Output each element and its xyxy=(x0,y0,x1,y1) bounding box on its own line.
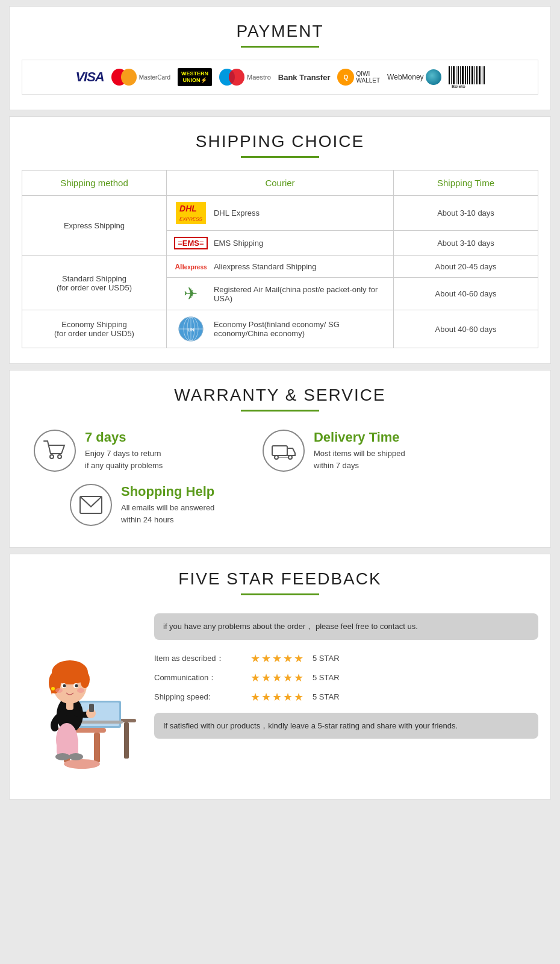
rating-row-communication: Communication： ★ ★ ★ ★ ★ 5 STAR xyxy=(154,671,538,684)
webmoney-text: WebMoney xyxy=(387,73,423,81)
svg-rect-33 xyxy=(94,733,100,763)
top-message: if you have any problems about the order… xyxy=(163,622,418,631)
svg-rect-8 xyxy=(467,66,468,84)
star-2: ★ xyxy=(261,652,271,665)
star-s2: ★ xyxy=(261,690,271,704)
delivery-description: Most items will be shippedwithin 7 days xyxy=(314,448,405,471)
svg-point-49 xyxy=(63,684,66,687)
star-c2: ★ xyxy=(261,671,271,684)
svg-point-34 xyxy=(64,759,100,769)
payment-section: PAYMENT VISA MasterCard WESTERNUNION⚡ Ma… xyxy=(9,6,551,110)
svg-rect-12 xyxy=(476,66,478,84)
shipping-underline xyxy=(241,156,319,158)
star-3: ★ xyxy=(272,652,282,665)
economy-method-cell: Economy Shipping(for order under USD5) xyxy=(22,310,167,348)
dhl-time-cell: About 3-10 days xyxy=(394,196,538,231)
svg-rect-42 xyxy=(89,704,94,712)
svg-text:Boleto: Boleto xyxy=(452,84,465,88)
mastercard-logo: MasterCard xyxy=(111,66,170,88)
barcode-svg: Boleto xyxy=(449,66,485,88)
maestro-circles xyxy=(219,69,244,86)
svg-rect-26 xyxy=(272,446,287,455)
warranty-section: WARRANTY & SERVICE 7 days Enjoy 7 days t… xyxy=(9,370,551,548)
stars-ship: ★ ★ ★ ★ ★ xyxy=(250,690,303,704)
star-5: ★ xyxy=(294,652,303,665)
svg-rect-5 xyxy=(460,66,461,84)
header-method: Shipping method xyxy=(22,171,167,196)
maestro-text: Maestro xyxy=(247,74,271,81)
rating-text-ship: 5 STAR xyxy=(313,692,340,701)
western-union-logo: WESTERNUNION⚡ xyxy=(178,66,212,88)
boleto-logo: Boleto xyxy=(449,66,485,88)
svg-point-27 xyxy=(275,455,278,459)
ems-text: ≡EMS≡ xyxy=(174,237,207,249)
feedback-content-area: if you have any problems about the order… xyxy=(22,607,538,784)
svg-rect-36 xyxy=(124,722,129,759)
rating-label-ship: Shipping speed: xyxy=(154,692,244,701)
svg-rect-7 xyxy=(465,66,466,84)
svg-rect-15 xyxy=(484,66,485,84)
ali-courier-row: Aliexpress Aliexpress Standard Shipping xyxy=(173,262,387,271)
star-s4: ★ xyxy=(283,690,293,704)
rating-text-item: 5 STAR xyxy=(313,654,340,663)
dhl-express-text: EXPRESS xyxy=(179,216,202,222)
warranty-underline xyxy=(241,410,319,412)
ems-time-cell: About 3-10 days xyxy=(394,231,538,256)
airmail-name: Registered Air Mail(china post/e packet-… xyxy=(214,285,387,303)
star-1: ★ xyxy=(250,652,260,665)
help-description: All emails will be answeredwithin 24 hou… xyxy=(121,502,214,525)
ali-time-cell: About 20-45 days xyxy=(394,256,538,278)
shipping-title: SHIPPING CHOICE xyxy=(22,132,538,151)
dhl-courier-cell: DHL EXPRESS DHL Express xyxy=(166,196,393,231)
airmail-courier-row: ✈ Registered Air Mail(china post/e packe… xyxy=(173,284,387,304)
svg-point-50 xyxy=(75,684,78,687)
economy-courier-cell: UN Economy Post(finland economy/ SG econ… xyxy=(166,310,393,348)
western-union-text: WESTERNUNION⚡ xyxy=(178,68,212,86)
un-logo: UN xyxy=(173,316,209,342)
svg-rect-4 xyxy=(458,66,459,84)
svg-rect-10 xyxy=(471,66,473,84)
svg-rect-14 xyxy=(482,66,482,84)
svg-rect-0 xyxy=(449,66,450,84)
warranty-title: WARRANTY & SERVICE xyxy=(22,386,538,405)
star-c1: ★ xyxy=(250,671,260,684)
express-dhl-row: Express Shipping DHL EXPRESS DHL Express… xyxy=(22,196,538,231)
dhl-text: DHL xyxy=(179,204,197,213)
ali-courier-cell: Aliexpress Aliexpress Standard Shipping xyxy=(166,256,393,278)
dhl-courier-row: DHL EXPRESS DHL Express xyxy=(173,202,387,224)
help-highlight: Shopping Help xyxy=(121,484,214,499)
returns-description: Enjoy 7 days to returnif any quality pro… xyxy=(85,448,163,471)
character-illustration xyxy=(22,607,142,784)
shipping-section: SHIPPING CHOICE Shipping method Courier … xyxy=(9,116,551,364)
star-s5: ★ xyxy=(294,690,303,704)
airmail-icon: ✈ xyxy=(184,284,198,304)
feedback-ratings: if you have any problems about the order… xyxy=(154,607,538,739)
maestro-logo: Maestro xyxy=(219,66,271,88)
payment-underline xyxy=(241,46,319,48)
economy-name: Economy Post(finland economy/ SG economy… xyxy=(214,320,387,338)
cart-icon-circle xyxy=(34,430,76,472)
mastercard-text: MasterCard xyxy=(139,74,170,81)
cart-icon xyxy=(43,440,66,461)
rating-text-comm: 5 STAR xyxy=(313,673,340,682)
qiwi-text: QIWIWALLET xyxy=(356,70,380,84)
ems-name: EMS Shipping xyxy=(214,239,263,248)
svg-point-51 xyxy=(55,688,63,693)
svg-point-28 xyxy=(288,455,292,459)
webmoney-logo: WebMoney xyxy=(387,66,441,88)
visa-logo: VISA xyxy=(75,66,104,88)
dhl-name: DHL Express xyxy=(214,208,260,218)
qiwi-logo: Q QIWIWALLET xyxy=(337,66,380,88)
truck-icon-circle xyxy=(263,430,305,472)
airmail-time-cell: About 40-60 days xyxy=(394,278,538,310)
svg-rect-1 xyxy=(451,66,452,84)
svg-point-24 xyxy=(50,455,54,459)
warranty-grid: 7 days Enjoy 7 days to returnif any qual… xyxy=(22,424,538,532)
svg-point-58 xyxy=(69,753,83,760)
standard-ali-row: Standard Shipping(for order over USD5) A… xyxy=(22,256,538,278)
maestro-red xyxy=(229,69,244,86)
delivery-highlight: Delivery Time xyxy=(314,430,405,445)
warranty-item-delivery: Delivery Time Most items will be shipped… xyxy=(263,430,479,472)
ems-courier-row: ≡EMS≡ EMS Shipping xyxy=(173,237,387,249)
ali-name: Aliexpress Standard Shipping xyxy=(214,262,317,271)
